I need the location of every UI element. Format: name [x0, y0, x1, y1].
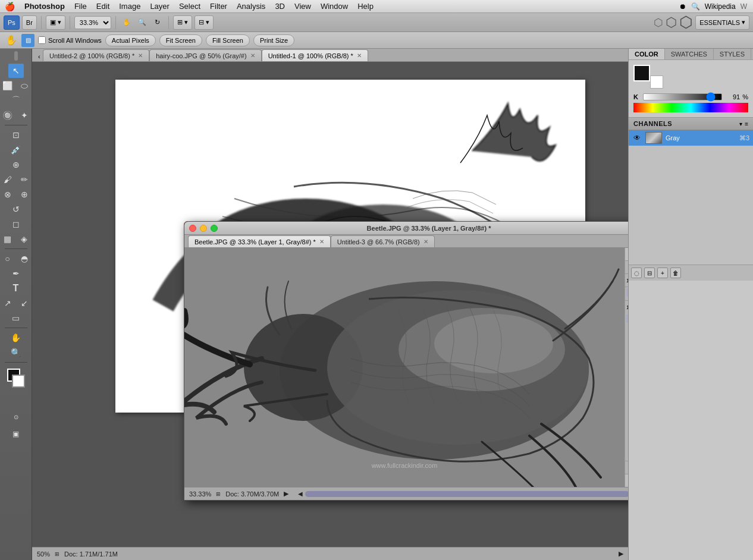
- channel-eye-icon[interactable]: 👁: [632, 134, 642, 142]
- screen-mode-btn-left[interactable]: ▣: [8, 427, 24, 441]
- move-tool-btn[interactable]: ↖: [8, 64, 24, 78]
- panel-gripper[interactable]: [14, 51, 18, 61]
- fill-screen-btn[interactable]: Fill Screen: [206, 34, 250, 46]
- file-menu[interactable]: File: [70, 0, 92, 12]
- healing-btn[interactable]: ⊕: [8, 158, 24, 172]
- channels-new-btn[interactable]: +: [657, 268, 668, 278]
- swatches-tab[interactable]: SWATCHES: [665, 49, 714, 59]
- window-menu[interactable]: Window: [316, 0, 353, 12]
- main-status-arrow[interactable]: ▶: [619, 550, 623, 558]
- fg-swatch[interactable]: [633, 65, 650, 81]
- floating-tab-untitled3-close[interactable]: ✕: [423, 238, 428, 245]
- pen-btn[interactable]: ✒: [8, 266, 24, 281]
- paint-bucket-btn[interactable]: ◈: [17, 232, 32, 246]
- nav-hand-icon[interactable]: ✋: [5, 34, 18, 47]
- help-menu[interactable]: Help: [353, 0, 378, 12]
- floating-tab-untitled3[interactable]: Untitled-3 @ 66.7% (RGB/8) ✕: [331, 235, 435, 247]
- gradient-btn[interactable]: ▦: [0, 232, 15, 246]
- print-size-btn[interactable]: Print Size: [253, 34, 294, 46]
- styles-tab[interactable]: STYLES: [714, 49, 751, 59]
- nav-extra-icon[interactable]: ▧: [21, 34, 34, 47]
- image-menu[interactable]: Image: [114, 0, 145, 12]
- ellipse-marquee-btn[interactable]: ⬭: [17, 78, 32, 93]
- view-menu[interactable]: View: [290, 0, 316, 12]
- bg-swatch[interactable]: [650, 75, 663, 89]
- channels-collapse-btn[interactable]: ▾: [739, 121, 742, 127]
- floating-h-scrollbar[interactable]: [305, 491, 628, 497]
- channels-menu-btn[interactable]: ≡: [745, 121, 748, 127]
- analysis-menu[interactable]: Analysis: [232, 0, 270, 12]
- floating-tab-beetle-close[interactable]: ✕: [319, 238, 324, 245]
- screen-mode-btn[interactable]: ▣ ▾: [46, 15, 65, 30]
- k-slider[interactable]: [643, 93, 722, 100]
- dodge-btn[interactable]: ○: [0, 251, 15, 266]
- eyedropper-btn[interactable]: 💉: [8, 143, 24, 157]
- floating-bottom-expand-btn[interactable]: ⊞: [625, 474, 628, 487]
- direct-select-btn[interactable]: ↙: [17, 296, 32, 310]
- burn-btn[interactable]: ◓: [17, 251, 32, 266]
- quick-mask-btn[interactable]: ⊙: [8, 410, 24, 424]
- path-select-btn[interactable]: ↗: [0, 296, 15, 310]
- floating-expand-btn[interactable]: ⊞: [625, 248, 628, 261]
- tab-untitled1[interactable]: Untitled-1 @ 100% (RGB/8) * ✕: [262, 49, 368, 61]
- floating-minimize-btn[interactable]: [200, 225, 207, 232]
- floating-maximize-btn[interactable]: [211, 225, 218, 232]
- layer-menu[interactable]: Layer: [145, 0, 174, 12]
- tab-untitled1-close[interactable]: ✕: [357, 52, 362, 59]
- floating-tab-beetle[interactable]: Beetle.JPG @ 33.3% (Layer 1, Gray/8#) * …: [188, 235, 331, 247]
- actual-pixels-btn[interactable]: Actual Pixels: [105, 34, 156, 46]
- pattern-stamp-btn[interactable]: ⊕: [17, 187, 32, 202]
- background-color[interactable]: [12, 375, 25, 388]
- type-btn[interactable]: T: [8, 281, 24, 295]
- channel-row-gray[interactable]: 👁 Gray ⌘3: [629, 130, 753, 146]
- select-menu[interactable]: Select: [174, 0, 205, 12]
- hand-tool-btn[interactable]: ✋: [120, 16, 133, 29]
- edit-menu[interactable]: Edit: [92, 0, 114, 12]
- channels-dotted-circle-btn[interactable]: ◌: [631, 268, 642, 278]
- app-name-menu[interactable]: Photoshop: [20, 0, 70, 12]
- rotate-tool-btn[interactable]: ↻: [151, 16, 164, 29]
- hand-btn[interactable]: ✋: [8, 331, 24, 345]
- floating-collapse-btn[interactable]: ≡: [625, 261, 628, 274]
- magic-wand-btn[interactable]: ✦: [17, 108, 32, 122]
- lasso-btn[interactable]: ⌒: [8, 93, 24, 108]
- channels-delete-btn[interactable]: 🗑: [670, 268, 681, 278]
- channels-save-btn[interactable]: ⊟: [644, 268, 655, 278]
- brush-btn[interactable]: 🖌: [0, 172, 15, 187]
- color-tab[interactable]: COLOR: [629, 49, 665, 59]
- floating-scroll-left-btn[interactable]: ◀: [298, 490, 303, 497]
- clone-stamp-btn[interactable]: ⊗: [0, 187, 15, 202]
- tab-untitled2[interactable]: Untitled-2 @ 100% (RGB/8) * ✕: [43, 49, 149, 61]
- floating-status-bar: 33.33% ⊞ Doc: 3.70M/3.70M ▶ ◀ ▶: [184, 487, 628, 500]
- essentials-btn[interactable]: ESSENTIALS ▾: [695, 15, 749, 30]
- ps-badge[interactable]: Ps: [4, 15, 20, 30]
- filter-menu[interactable]: Filter: [205, 0, 232, 12]
- 3d-menu[interactable]: 3D: [270, 0, 290, 12]
- tab-hairy-close[interactable]: ✕: [250, 52, 255, 59]
- rect-marquee-btn[interactable]: ⬜: [0, 78, 15, 93]
- floating-play-btn[interactable]: ▶: [284, 490, 288, 498]
- history-brush-btn[interactable]: ↺: [8, 202, 24, 216]
- search-label[interactable]: Wikipedia: [705, 2, 736, 11]
- crop-btn[interactable]: ⊡: [8, 128, 24, 142]
- tab-untitled2-close[interactable]: ✕: [138, 52, 143, 59]
- floating-close-btn[interactable]: [189, 225, 196, 232]
- br-badge[interactable]: Br: [22, 15, 37, 30]
- scroll-all-windows-checkbox[interactable]: [38, 36, 46, 44]
- fit-screen-btn[interactable]: Fit Screen: [159, 34, 202, 46]
- zoom-btn[interactable]: 🔍: [8, 345, 24, 360]
- tab-hairy[interactable]: hairy-coo.JPG @ 50% (Gray/#) ✕: [149, 49, 261, 61]
- zoom-select[interactable]: 33.3% 50% 100%: [74, 16, 111, 29]
- shape-btn[interactable]: ▭: [8, 311, 24, 325]
- pencil-btn[interactable]: ✏: [17, 172, 32, 187]
- h-scroll-right-btn[interactable]: ▶: [626, 288, 628, 297]
- zoom-tool-btn[interactable]: 🔍: [136, 16, 149, 29]
- apple-logo-icon[interactable]: 🍎: [5, 2, 15, 11]
- extras-btn[interactable]: ⊟ ▾: [194, 15, 214, 30]
- v-scroll-down-btn[interactable]: ▶: [626, 314, 628, 323]
- color-spectrum[interactable]: [633, 103, 748, 112]
- eraser-btn[interactable]: ◻: [8, 217, 24, 231]
- quick-select-btn[interactable]: 🔘: [0, 108, 15, 122]
- tab-scroll-left[interactable]: ‹: [38, 52, 43, 61]
- arrange-btn[interactable]: ⊞ ▾: [173, 15, 192, 30]
